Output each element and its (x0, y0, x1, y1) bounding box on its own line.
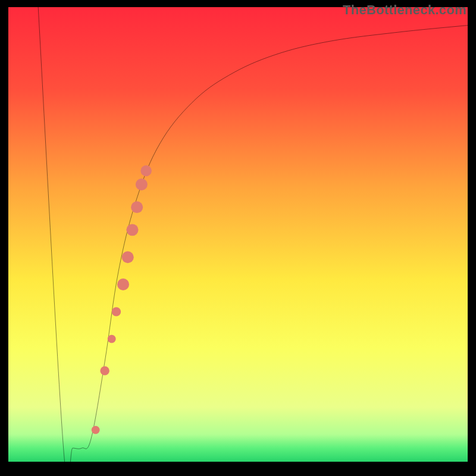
plot-area: TheBottleneck.com (8, 7, 468, 462)
data-marker (112, 307, 121, 316)
gradient-background (8, 7, 468, 462)
data-marker (140, 165, 152, 176)
data-marker (122, 251, 134, 263)
chart-container: TheBottleneck.com (0, 0, 476, 476)
data-marker (136, 178, 148, 190)
data-marker (117, 278, 129, 290)
watermark-text: TheBottleneck.com (343, 2, 466, 18)
data-marker (126, 224, 138, 236)
bottleneck-chart (8, 7, 468, 462)
data-marker (108, 335, 116, 343)
data-marker (131, 201, 143, 213)
data-marker (100, 367, 109, 375)
data-marker (92, 426, 100, 434)
